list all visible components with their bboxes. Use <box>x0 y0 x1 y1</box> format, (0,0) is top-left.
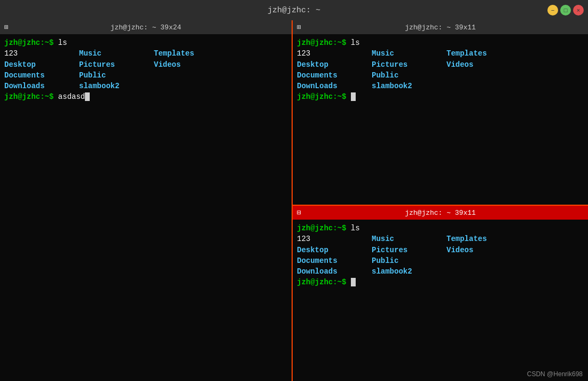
right-top-line-1: jzh@jzhc:~$ ls <box>297 37 584 48</box>
left-file-public: Public <box>79 70 154 81</box>
right-top-file-list: 123 Music Templates Desktop Pictures Vid… <box>297 48 584 91</box>
right-bottom-file-list: 123 Music Templates Desktop Pictures Vid… <box>297 234 584 277</box>
rt-file-documents: Documents <box>297 70 372 81</box>
left-cmd-1: ls <box>58 38 67 47</box>
right-bottom-cmd-1: ls <box>351 224 360 232</box>
maximize-button[interactable]: □ <box>560 5 571 15</box>
left-file-pictures: Pictures <box>79 59 154 70</box>
left-cursor <box>85 92 90 101</box>
right-bottom-pane: ⊟ jzh@jzhc: ~ 39x11 jzh@jzhc:~$ ls 123 M… <box>293 205 588 381</box>
left-line-1: jzh@jzhc:~$ ls <box>4 37 287 48</box>
left-pane-icon: ⊞ <box>4 23 9 32</box>
rt-file-pictures: Pictures <box>372 59 446 70</box>
title-bar: jzh@jzhc: ~ − □ × <box>0 0 588 20</box>
rt-file-templates: Templates <box>446 48 584 59</box>
left-file-videos: Videos <box>154 59 287 70</box>
right-pane: ⊞ jzh@jzhc: ~ 39x11 jzh@jzhc:~$ ls 123 M… <box>292 20 588 381</box>
right-bottom-line-1: jzh@jzhc:~$ ls <box>297 223 584 234</box>
left-file-123: 123 <box>4 48 79 59</box>
right-bottom-prompt-1: jzh@jzhc:~$ <box>297 224 346 232</box>
rt-file-123: 123 <box>297 48 372 59</box>
right-bottom-terminal[interactable]: jzh@jzhc:~$ ls 123 Music Templates Deskt… <box>293 220 588 381</box>
right-top-prompt-1: jzh@jzhc:~$ <box>297 38 346 47</box>
rt-file-downloads: DownLoads <box>297 81 372 91</box>
right-bottom-prompt-2: jzh@jzhc:~$ <box>297 278 346 286</box>
rb-file-templates: Templates <box>446 234 584 244</box>
left-terminal-content[interactable]: jzh@jzhc:~$ ls 123 Music Templates Deskt… <box>0 34 292 381</box>
left-cmd-2: asdasd <box>58 92 85 101</box>
left-file-desktop: Desktop <box>4 59 79 70</box>
rt-file-videos: Videos <box>446 59 584 70</box>
rb-file-public: Public <box>372 255 446 266</box>
left-pane-titlebar: ⊞ jzh@jzhc: ~ 39x24 <box>0 20 292 34</box>
right-top-titlebar: ⊞ jzh@jzhc: ~ 39x11 <box>293 20 588 34</box>
rb-file-desktop: Desktop <box>297 245 372 255</box>
rb-file-123: 123 <box>297 234 372 244</box>
rb-file-downloads: Downloads <box>297 266 372 277</box>
right-top-icon: ⊞ <box>297 23 301 32</box>
watermark: CSDN @Henrik698 <box>527 370 583 378</box>
left-pane-title: jzh@jzhc: ~ 39x24 <box>111 24 182 32</box>
right-top-cmd-1: ls <box>351 38 360 47</box>
rt-file-slambook2: slambook2 <box>372 81 446 91</box>
left-prompt-2: jzh@jzhc:~$ <box>4 92 53 101</box>
left-file-music: Music <box>79 48 154 59</box>
right-bottom-titlebar: ⊟ jzh@jzhc: ~ 39x11 <box>293 206 588 220</box>
right-bottom-line-2: jzh@jzhc:~$ <box>297 277 584 287</box>
left-prompt-1: jzh@jzhc:~$ <box>4 38 53 47</box>
right-bottom-cursor <box>351 278 356 286</box>
left-file-list: 123 Music Templates Desktop Pictures Vid… <box>4 48 287 91</box>
right-top-line-2: jzh@jzhc:~$ <box>297 91 584 102</box>
left-pane: ⊞ jzh@jzhc: ~ 39x24 jzh@jzhc:~$ ls 123 M… <box>0 20 292 381</box>
left-file-templates: Templates <box>154 48 287 59</box>
window-title: jzh@jzhc: ~ <box>268 6 320 15</box>
right-top-title: jzh@jzhc: ~ 39x11 <box>405 24 476 32</box>
left-file-documents: Documents <box>4 70 79 81</box>
rb-file-pictures: Pictures <box>372 245 446 255</box>
close-button[interactable]: × <box>573 5 584 15</box>
left-line-2: jzh@jzhc:~$ asdasd <box>4 91 287 102</box>
rb-file-documents: Documents <box>297 255 372 266</box>
right-bottom-icon: ⊟ <box>297 208 301 217</box>
rb-file-slambook2: slambook2 <box>372 266 446 277</box>
rt-file-music: Music <box>372 48 446 59</box>
left-file-downloads: Downloads <box>4 81 79 91</box>
window-controls: − □ × <box>547 5 584 15</box>
minimize-button[interactable]: − <box>547 5 558 15</box>
main-area: ⊞ jzh@jzhc: ~ 39x24 jzh@jzhc:~$ ls 123 M… <box>0 20 588 381</box>
rb-file-videos: Videos <box>446 245 584 255</box>
right-top-prompt-2: jzh@jzhc:~$ <box>297 92 346 101</box>
rt-file-public: Public <box>372 70 446 81</box>
right-top-terminal[interactable]: jzh@jzhc:~$ ls 123 Music Templates Deskt… <box>293 34 588 205</box>
right-bottom-title: jzh@jzhc: ~ 39x11 <box>405 209 476 217</box>
right-top-cursor <box>351 92 356 101</box>
left-file-slambook2: slambook2 <box>79 81 154 91</box>
right-top-pane: ⊞ jzh@jzhc: ~ 39x11 jzh@jzhc:~$ ls 123 M… <box>293 20 588 205</box>
rb-file-music: Music <box>372 234 446 244</box>
rt-file-desktop: Desktop <box>297 59 372 70</box>
